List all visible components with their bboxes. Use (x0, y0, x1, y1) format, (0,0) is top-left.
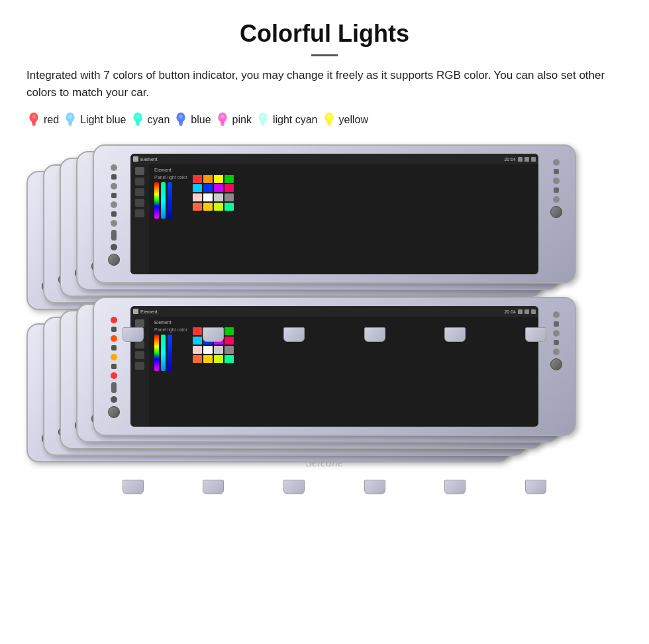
right-ctrl-2 (554, 188, 559, 193)
topbar-time: 20:04 (504, 309, 516, 314)
topbar-left: Element (133, 309, 158, 314)
ctrl-3 (111, 211, 117, 217)
home-icon (133, 156, 138, 162)
screen-body: Element Panel light color (130, 164, 538, 274)
bulb-icon-yellow (322, 111, 336, 129)
panel-light-text: Panel light color (154, 175, 187, 180)
swatch[interactable] (225, 355, 234, 363)
screen-topbar: Element 20:04 (130, 306, 538, 317)
bulb-icon-pink (215, 111, 230, 129)
light-red (111, 317, 117, 323)
swatch[interactable] (203, 184, 213, 192)
right-dot-1 (553, 159, 560, 166)
svg-rect-17 (179, 122, 183, 125)
svg-rect-32 (327, 122, 331, 125)
swatch[interactable] (225, 175, 234, 183)
swatch[interactable] (193, 346, 202, 354)
swatch[interactable] (193, 175, 202, 183)
bulb-icon-red (26, 111, 41, 129)
color-label-pink: pink (232, 114, 252, 126)
ctrl-4 (111, 230, 117, 241)
title-divider (311, 54, 338, 56)
svg-point-29 (261, 115, 265, 119)
swatch[interactable] (225, 203, 234, 211)
page-title: Colorful Lights (26, 20, 623, 48)
page-container: Colorful Lights Integrated with 7 colors… (0, 0, 649, 490)
bulb-icon-light-cyan (256, 111, 270, 129)
nav-icon-1[interactable] (135, 319, 144, 327)
mount-tabs-row (93, 327, 576, 342)
home-icon (133, 309, 138, 314)
svg-rect-12 (136, 122, 140, 125)
svg-point-9 (68, 115, 72, 119)
swatch[interactable] (193, 355, 202, 363)
nav-icon-3[interactable] (135, 188, 144, 196)
bulb-icon-blue (174, 111, 188, 129)
right-ctrl-1 (554, 169, 559, 174)
swatch[interactable] (225, 346, 234, 354)
swatch[interactable] (193, 203, 202, 211)
swatch[interactable] (193, 184, 202, 192)
bulb-icon-cyan (130, 111, 145, 129)
mount-tab-0 (123, 480, 144, 494)
swatch[interactable] (203, 175, 213, 183)
swatch[interactable] (203, 193, 213, 201)
color-label-blue: blue (191, 114, 211, 126)
knob[interactable] (108, 406, 120, 418)
right-dot-3 (553, 349, 560, 355)
swatch[interactable] (193, 193, 202, 201)
right-knob[interactable] (550, 358, 562, 370)
svg-rect-27 (261, 122, 265, 125)
bulb-icon-light-blue (63, 111, 77, 129)
nav-icon-5[interactable] (135, 362, 144, 370)
nav-icon-5[interactable] (135, 209, 144, 217)
right-knob[interactable] (550, 206, 562, 218)
color-item-red: red (26, 111, 59, 129)
nav-icon-4[interactable] (135, 351, 144, 359)
swatch[interactable] (214, 184, 223, 192)
ctrl-2 (111, 193, 117, 198)
swatch[interactable] (203, 203, 213, 211)
topbar-time: 20:04 (504, 157, 516, 162)
swatch[interactable] (203, 355, 213, 363)
svg-point-34 (327, 115, 331, 119)
mount-tab-5 (525, 480, 546, 494)
swatch[interactable] (214, 346, 223, 354)
color-label-yellow: yellow (339, 114, 368, 126)
light-red2 (111, 372, 117, 379)
screen-inner: Element 20:04 (130, 154, 538, 274)
swatch[interactable] (225, 193, 234, 201)
knob[interactable] (108, 254, 120, 266)
nav-icon-1[interactable] (135, 167, 144, 175)
hu-bezel: Element 20:04 (93, 297, 576, 436)
color-item-pink: pink (215, 111, 252, 129)
svg-rect-8 (69, 125, 72, 126)
light-yellow (111, 354, 117, 360)
ctrl-1 (111, 174, 117, 180)
signal-icon (524, 157, 529, 162)
swatch[interactable] (214, 203, 223, 211)
swatch[interactable] (225, 184, 234, 192)
ctrl-dot-4 (111, 220, 117, 227)
signal-icon (524, 309, 529, 314)
settings-icon (531, 309, 536, 314)
ctrl-dot-2 (111, 183, 117, 189)
swatch[interactable] (203, 346, 213, 354)
swatch[interactable] (214, 355, 223, 363)
mount-tab-3 (364, 480, 385, 494)
battery-icon (518, 309, 523, 314)
ctrl-dot-1 (111, 164, 117, 171)
topbar-title: Element (140, 309, 158, 314)
topbar-right: 20:04 (504, 309, 536, 314)
screen-inner: Element 20:04 (130, 306, 538, 427)
element-label: Element (154, 168, 533, 172)
mount-tab-4 (444, 480, 466, 494)
svg-rect-3 (32, 125, 35, 126)
ctrl-5 (111, 244, 117, 250)
color-bar-cyan (161, 182, 166, 219)
topbar-right: 20:04 (504, 157, 536, 162)
nav-icon-4[interactable] (135, 199, 144, 207)
nav-icon-2[interactable] (135, 178, 144, 186)
swatch[interactable] (214, 193, 223, 201)
swatch[interactable] (214, 175, 223, 183)
